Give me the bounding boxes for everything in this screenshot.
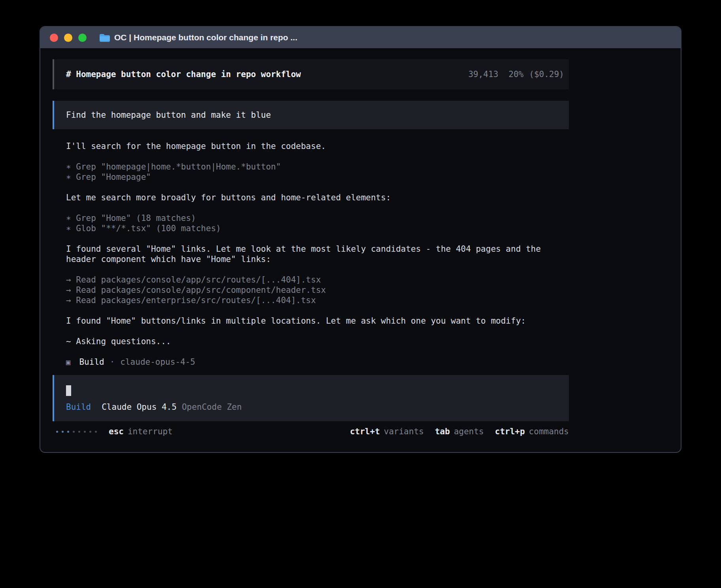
input-agent-label[interactable]: Build [66, 402, 91, 412]
window-title-text: OC | Homepage button color change in rep… [114, 33, 297, 42]
assistant-paragraph: I found several "Home" links. Let me loo… [53, 244, 569, 264]
tool-call-line: ∗ Glob "**/*.tsx" (100 matches) [53, 223, 569, 234]
tool-call-line: ∗ Grep "homepage|home.*button|Home.*butt… [53, 162, 569, 172]
zoom-button[interactable] [78, 34, 87, 42]
user-message-text: Find the homepage button and make it blu… [66, 110, 271, 120]
spinner-dot [67, 431, 69, 433]
folder-icon [99, 33, 110, 42]
agent-status-row: ▣ Build · claude-opus-4-5 [53, 357, 569, 367]
spinner-dot [89, 431, 91, 433]
tool-call-line: ∗ Grep "Home" (18 matches) [53, 213, 569, 223]
shortcut-key: tab [435, 427, 450, 436]
text-cursor[interactable] [66, 385, 71, 396]
shortcut-group: ctrl+t variants tab agents ctrl+p comman… [350, 427, 569, 436]
assistant-paragraph: I'll search for the homepage button in t… [53, 141, 569, 151]
assistant-paragraph: I found "Home" buttons/links in multiple… [53, 316, 569, 326]
terminal-window: OC | Homepage button color change in rep… [40, 26, 681, 453]
agent-model: claude-opus-4-5 [120, 357, 195, 367]
tool-call-line: → Read packages/console/app/src/componen… [53, 285, 569, 295]
assistant-transcript: I'll search for the homepage button in t… [53, 141, 569, 367]
token-count: 39,413 [468, 70, 498, 79]
session-cost: ($0.29) [529, 70, 564, 79]
assistant-paragraph: Let me search more broadly for buttons a… [53, 192, 569, 203]
tool-call-line: → Read packages/console/app/src/routes/[… [53, 275, 569, 285]
spinner-dots [56, 431, 97, 433]
shortcut-label: commands [529, 427, 569, 436]
window-titlebar: OC | Homepage button color change in rep… [40, 27, 681, 48]
tool-call-group: ∗ Grep "Home" (18 matches) ∗ Glob "**/*.… [53, 213, 569, 234]
traffic-lights [50, 34, 87, 42]
agent-status-icon: ▣ [66, 357, 70, 367]
shortcut-key: esc [109, 427, 124, 436]
agent-name: Build [79, 357, 104, 367]
spinner-dot [78, 431, 80, 433]
window-title: OC | Homepage button color change in rep… [99, 33, 297, 42]
context-percent: 20% [509, 70, 524, 79]
input-model-label[interactable]: Claude Opus 4.5 [102, 402, 177, 412]
shortcut-agents: tab agents [435, 427, 484, 436]
shortcut-label: variants [384, 427, 424, 436]
session-title: # Homepage button color change in repo w… [66, 70, 301, 79]
shortcut-commands: ctrl+p commands [495, 427, 569, 436]
spinner-dot [84, 431, 86, 433]
close-button[interactable] [50, 34, 58, 42]
tool-call-line: ∗ Grep "Homepage" [53, 172, 569, 182]
shortcut-label: interrupt [128, 427, 173, 436]
user-message: Find the homepage button and make it blu… [53, 101, 569, 129]
separator-dot: · [110, 357, 115, 367]
spinner-dot [62, 431, 64, 433]
minimize-button[interactable] [64, 34, 72, 42]
tool-call-group: → Read packages/console/app/src/routes/[… [53, 275, 569, 305]
status-text: ~ Asking questions... [53, 336, 569, 347]
shortcut-interrupt: esc interrupt [109, 427, 173, 436]
prompt-input-area[interactable]: Build Claude Opus 4.5 OpenCode Zen [53, 375, 569, 421]
shortcut-label: agents [454, 427, 484, 436]
status-bar: esc interrupt ctrl+t variants tab agents… [53, 427, 569, 436]
spinner-dot [73, 431, 75, 433]
session-stats: 39,41320%($0.29) [468, 70, 564, 79]
spinner-dot [56, 431, 58, 433]
shortcut-variants: ctrl+t variants [350, 427, 424, 436]
shortcut-key: ctrl+t [350, 427, 380, 436]
session-header: # Homepage button color change in repo w… [53, 59, 569, 89]
shortcut-key: ctrl+p [495, 427, 525, 436]
spinner-dot [95, 431, 97, 433]
input-status-row: Build Claude Opus 4.5 OpenCode Zen [66, 402, 557, 412]
tool-call-group: ∗ Grep "homepage|home.*button|Home.*butt… [53, 162, 569, 182]
input-provider-label: OpenCode Zen [182, 402, 242, 412]
tool-call-line: → Read packages/enterprise/src/routes/[.… [53, 295, 569, 305]
